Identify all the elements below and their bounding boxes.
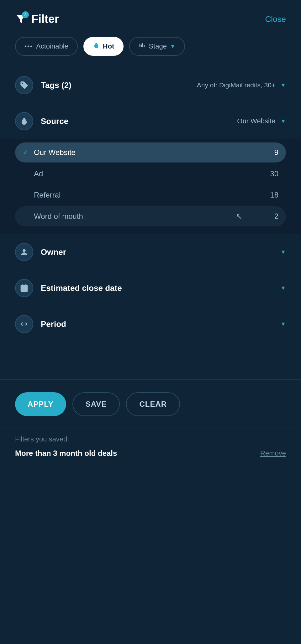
svg-rect-9 — [22, 288, 24, 289]
svg-rect-12 — [22, 290, 24, 291]
svg-rect-0 — [140, 44, 140, 47]
estimated-close-date-filter-row[interactable]: Estimated close date ▼ — [0, 270, 301, 306]
stage-label: Stage — [149, 42, 167, 50]
save-button[interactable]: SAVE — [72, 392, 120, 416]
source-chevron-icon: ▼ — [280, 118, 286, 125]
source-selected-value: Our Website — [237, 117, 275, 125]
stage-filter-button[interactable]: Stage ▼ — [129, 37, 185, 56]
owner-label: Owner — [41, 247, 280, 257]
quick-filters: ••• Actoinable Hot Stage ▼ — [0, 37, 301, 67]
filter-header: 3 Filter Close — [0, 0, 301, 37]
svg-point-4 — [23, 249, 25, 252]
svg-rect-2 — [142, 43, 143, 47]
tags-icon-wrap — [15, 76, 33, 94]
source-option-ad[interactable]: ✓ Ad 30 — [15, 164, 286, 184]
close-button[interactable]: Close — [265, 14, 286, 24]
period-icon-wrap — [15, 315, 33, 333]
source-filter-row[interactable]: Source Our Website ▼ — [0, 103, 301, 139]
cursor-icon: ↖ — [236, 212, 242, 221]
svg-rect-3 — [144, 45, 145, 47]
source-option-label-our-website: Our Website — [34, 148, 274, 157]
owner-chevron-icon: ▼ — [280, 249, 286, 255]
source-option-label-ad: Ad — [34, 169, 270, 178]
tags-value: Any of: DigiMail redits, 30+ — [197, 81, 275, 89]
source-label: Source — [41, 116, 237, 126]
saved-filters-label: Filters you saved: — [15, 435, 286, 443]
saved-filter-item: More than 3 month old deals Remove — [15, 449, 286, 458]
svg-rect-11 — [25, 288, 27, 289]
source-option-count-our-website: 9 — [274, 148, 278, 157]
dots-icon: ••• — [24, 43, 33, 50]
tags-chevron-icon: ▼ — [280, 82, 286, 89]
drop-icon — [93, 42, 100, 51]
tags-label: Tags (2) — [41, 80, 197, 90]
tag-icon — [20, 81, 29, 90]
period-icon — [20, 320, 29, 328]
source-option-count-word-of-mouth: 2 — [274, 212, 278, 221]
calendar-icon-wrap — [15, 279, 33, 297]
clear-button[interactable]: CLEAR — [126, 392, 180, 416]
actionable-filter-button[interactable]: ••• Actoinable — [15, 37, 78, 56]
svg-rect-1 — [141, 44, 142, 47]
tags-filter-row[interactable]: Tags (2) Any of: DigiMail redits, 30+ ▼ — [0, 67, 301, 103]
period-chevron-icon: ▼ — [280, 321, 286, 327]
bar-icon — [139, 42, 145, 51]
saved-filters-section: Filters you saved: More than 3 month old… — [0, 429, 301, 470]
hot-label: Hot — [103, 42, 114, 50]
drop-source-icon — [20, 117, 29, 126]
source-option-our-website[interactable]: ✓ Our Website 9 — [15, 142, 286, 162]
source-option-count-referral: 18 — [270, 191, 278, 199]
saved-filter-name: More than 3 month old deals — [15, 449, 117, 458]
remove-filter-button[interactable]: Remove — [260, 449, 286, 457]
spacer — [0, 342, 301, 379]
tags-prefix: Any of: — [197, 81, 217, 89]
source-option-word-of-mouth[interactable]: ✓ Word of mouth 2 ↖ — [15, 206, 286, 226]
person-icon — [20, 248, 29, 256]
tags-items: DigiMail redits, 30+ — [219, 81, 275, 89]
source-option-referral[interactable]: ✓ Referral 18 — [15, 185, 286, 205]
period-filter-row[interactable]: Period ▼ — [0, 306, 301, 342]
calendar-icon — [20, 284, 29, 292]
estimated-close-date-label: Estimated close date — [41, 283, 280, 293]
header-left: 3 Filter — [15, 13, 59, 26]
filter-title: Filter — [31, 13, 59, 26]
check-icon: ✓ — [23, 148, 28, 157]
svg-rect-10 — [24, 288, 25, 289]
filter-icon-wrap: 3 — [15, 13, 27, 25]
source-dropdown: ✓ Our Website 9 ✓ Ad 30 ✓ Referral 18 ✓ … — [0, 139, 301, 234]
hot-filter-button[interactable]: Hot — [83, 37, 124, 56]
period-label: Period — [41, 319, 280, 329]
svg-rect-13 — [24, 290, 25, 291]
stage-chevron-icon: ▼ — [170, 43, 176, 50]
filter-badge: 3 — [22, 11, 29, 18]
apply-button[interactable]: APPLY — [15, 392, 66, 416]
owner-filter-row[interactable]: Owner ▼ — [0, 234, 301, 270]
estimated-close-date-chevron-icon: ▼ — [280, 285, 286, 291]
owner-icon-wrap — [15, 243, 33, 261]
action-buttons: APPLY SAVE CLEAR — [0, 380, 301, 429]
actionable-label: Actoinable — [36, 42, 68, 50]
source-option-label-referral: Referral — [34, 191, 270, 199]
source-option-count-ad: 30 — [270, 169, 278, 178]
source-icon-wrap — [15, 112, 33, 130]
